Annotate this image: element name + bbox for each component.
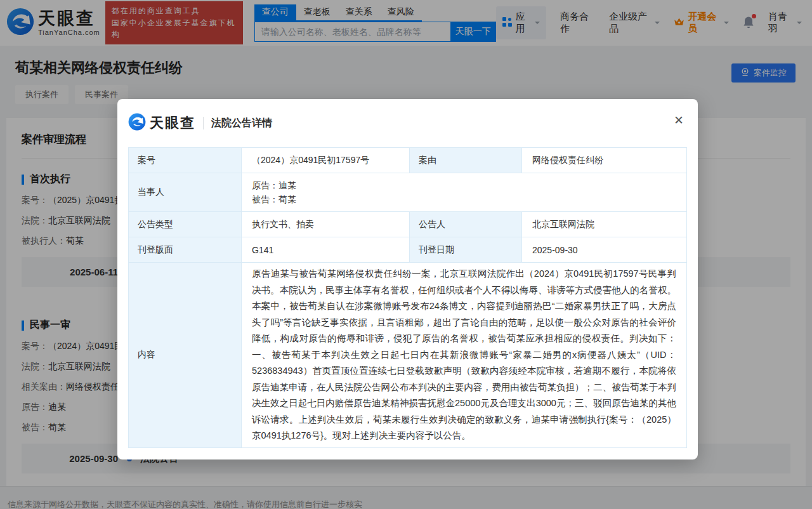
case-number-value: （2024）京0491民初17597号 bbox=[242, 148, 410, 173]
parties-label: 当事人 bbox=[129, 173, 242, 212]
publication-page-label: 刊登版面 bbox=[129, 237, 242, 263]
close-icon[interactable]: ✕ bbox=[674, 114, 684, 126]
announcement-content-text: 原告迪某与被告荀某网络侵权责任纠纷一案，北京互联网法院作出（2024）京0491… bbox=[252, 266, 676, 444]
tianyancha-logo-small: 天眼查 bbox=[128, 113, 195, 133]
announcement-type-value: 执行文书、拍卖 bbox=[242, 212, 410, 237]
plaintiff-line: 原告：迪某 bbox=[252, 178, 676, 192]
cause-label: 案由 bbox=[410, 148, 522, 173]
case-number-label: 案号 bbox=[129, 148, 242, 173]
publication-page-value: G141 bbox=[242, 237, 410, 263]
announcement-type-label: 公告类型 bbox=[129, 212, 242, 237]
publication-date-label: 刊登日期 bbox=[410, 237, 522, 263]
content-value: 原告迪某与被告荀某网络侵权责任纠纷一案，北京互联网法院作出（2024）京0491… bbox=[242, 263, 687, 448]
announcement-detail-table-wrap: 案号 （2024）京0491民初17597号 案由 网络侵权责任纠纷 当事人 原… bbox=[117, 147, 698, 459]
modal-header: 天眼查 法院公告详情 ✕ bbox=[117, 99, 698, 147]
table-row: 刊登版面 G141 刊登日期 2025-09-30 bbox=[129, 237, 687, 263]
publication-date-value: 2025-09-30 bbox=[522, 237, 687, 263]
table-row: 当事人 原告：迪某 被告：荀某 bbox=[129, 173, 687, 212]
announcement-detail-table: 案号 （2024）京0491民初17597号 案由 网络侵权责任纠纷 当事人 原… bbox=[128, 147, 687, 448]
tianyancha-logo-icon bbox=[128, 113, 146, 133]
table-row: 案号 （2024）京0491民初17597号 案由 网络侵权责任纠纷 bbox=[129, 148, 687, 173]
announcer-label: 公告人 bbox=[410, 212, 522, 237]
table-row: 公告类型 执行文书、拍卖 公告人 北京互联网法院 bbox=[129, 212, 687, 237]
defendant-line: 被告：荀某 bbox=[252, 192, 676, 206]
modal-title: 法院公告详情 bbox=[211, 117, 272, 130]
parties-value: 原告：迪某 被告：荀某 bbox=[242, 173, 687, 212]
announcer-value: 北京互联网法院 bbox=[522, 212, 687, 237]
brand-name: 天眼查 bbox=[150, 114, 195, 133]
cause-value: 网络侵权责任纠纷 bbox=[522, 148, 687, 173]
header-divider bbox=[203, 117, 204, 129]
court-announcement-modal: 天眼查 法院公告详情 ✕ 案号 （2024）京0491民初17597号 案由 网… bbox=[117, 99, 698, 459]
table-row: 内容 原告迪某与被告荀某网络侵权责任纠纷一案，北京互联网法院作出（2024）京0… bbox=[129, 263, 687, 448]
content-label: 内容 bbox=[129, 263, 242, 448]
